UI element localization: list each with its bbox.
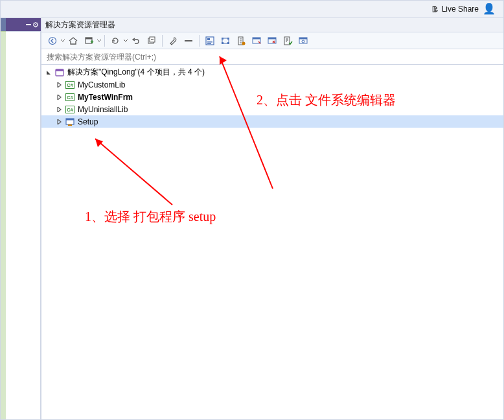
left-rail-slate [1, 18, 6, 31]
file-types-editor-button[interactable] [234, 34, 248, 48]
svg-rect-13 [227, 42, 229, 44]
project-label: MyTestWinFrm [76, 93, 133, 102]
sync-with-active-button[interactable] [82, 34, 96, 48]
svg-rect-19 [268, 38, 276, 40]
expand-icon[interactable] [54, 93, 63, 102]
svg-rect-11 [222, 42, 223, 44]
properties-button[interactable] [166, 34, 180, 48]
panel-title: 解决方案资源管理器 [45, 19, 115, 30]
editor-placeholder [6, 31, 41, 420]
solution-explorer-panel: 解决方案资源管理器 [41, 18, 504, 420]
home-button[interactable] [66, 34, 80, 48]
collapse-all-button[interactable] [144, 34, 159, 48]
live-share-button[interactable]: Live Share [430, 5, 479, 14]
project-node-setup[interactable]: Setup [41, 115, 504, 128]
refresh-button[interactable] [108, 34, 122, 48]
svg-rect-34 [68, 124, 72, 126]
sync-dropdown[interactable] [97, 39, 101, 43]
separator [104, 35, 105, 47]
account-icon[interactable]: 👤 [483, 4, 496, 14]
svg-rect-33 [66, 119, 74, 121]
show-all-files-button[interactable] [181, 34, 196, 48]
search-input[interactable] [41, 49, 504, 64]
setup-project-icon [65, 117, 75, 127]
left-margin-green [1, 31, 6, 420]
solution-explorer-toolbar [41, 32, 504, 49]
launch-conditions-editor-button[interactable] [281, 34, 295, 48]
svg-text:C#: C# [67, 82, 74, 88]
svg-rect-10 [222, 38, 223, 40]
svg-rect-9 [207, 43, 211, 44]
separator [199, 35, 200, 47]
svg-text:C#: C# [67, 95, 74, 100]
separator [162, 35, 163, 47]
svg-rect-22 [299, 38, 307, 40]
project-label: MyUninsiallLib [76, 105, 128, 114]
csharp-project-icon: C# [65, 104, 75, 115]
svg-rect-7 [207, 38, 210, 40]
file-system-editor-button[interactable] [203, 34, 217, 48]
back-dropdown[interactable] [61, 39, 65, 43]
svg-text:C#: C# [67, 107, 74, 113]
dash-icon [26, 24, 31, 25]
project-node[interactable]: C# MyTestWinFrm [41, 91, 504, 103]
svg-point-15 [242, 41, 246, 45]
solution-node[interactable]: 解决方案"QingLong"(4 个项目，共 4 个) [41, 66, 504, 78]
ui-editor-button[interactable] [249, 34, 264, 48]
editor-6-button[interactable] [296, 34, 310, 48]
svg-rect-20 [284, 37, 290, 45]
csharp-project-icon: C# [65, 80, 75, 90]
svg-point-23 [302, 40, 304, 43]
svg-rect-12 [227, 38, 229, 40]
solution-icon [54, 67, 65, 78]
project-label: MyCustomLib [76, 80, 125, 89]
live-share-icon [430, 5, 439, 14]
top-menu-bar: Live Share 👤 [1, 1, 503, 18]
expand-icon[interactable] [54, 80, 63, 89]
registry-editor-button[interactable] [218, 34, 233, 48]
custom-actions-editor-button[interactable] [265, 34, 279, 48]
svg-rect-25 [56, 69, 63, 71]
undo-button[interactable] [129, 34, 143, 48]
svg-rect-2 [86, 38, 92, 40]
expand-icon[interactable] [54, 105, 63, 114]
svg-rect-5 [185, 40, 192, 41]
collapse-icon[interactable] [44, 68, 53, 77]
panel-title-bar[interactable]: 解决方案资源管理器 [41, 18, 504, 32]
expand-icon[interactable] [54, 117, 63, 126]
solution-label: 解决方案"QingLong"(4 个项目，共 4 个) [66, 67, 205, 78]
search-box[interactable] [41, 49, 504, 65]
csharp-project-icon: C# [65, 92, 75, 102]
gear-icon: ⚙ [32, 21, 39, 29]
solution-tree: 解决方案"QingLong"(4 个项目，共 4 个) C# MyCustomL… [41, 65, 504, 420]
svg-rect-17 [253, 38, 260, 40]
back-button[interactable] [45, 34, 60, 48]
refresh-dropdown[interactable] [124, 39, 128, 43]
svg-rect-8 [207, 41, 212, 43]
collapsed-tool-window-header[interactable]: ⚙ [6, 18, 41, 31]
svg-point-0 [49, 37, 56, 44]
live-share-label: Live Share [442, 5, 479, 14]
project-node[interactable]: C# MyUninsiallLib [41, 103, 504, 115]
app-root: Live Share 👤 ⚙ 解决方案资源管理器 [0, 0, 504, 420]
project-label: Setup [76, 117, 98, 126]
project-node[interactable]: C# MyCustomLib [41, 78, 504, 91]
